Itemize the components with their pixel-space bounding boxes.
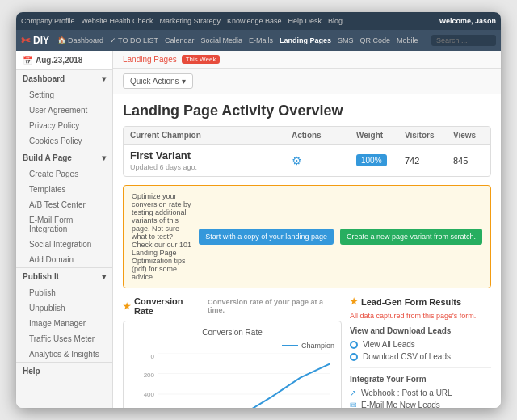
calendar-icon: 📅 <box>23 56 32 65</box>
actions-cell: ⚙ <box>292 154 356 167</box>
download-csv-label: Download CSV of Leads <box>363 352 451 361</box>
visitors-cell: 742 <box>405 156 453 166</box>
quick-actions-label: Quick Actions <box>130 77 179 86</box>
chart-svg-container <box>158 353 330 408</box>
content-area: 📅 Aug.23,2018 Dashboard ▾ Setting User A… <box>16 51 501 408</box>
top-nav-blog[interactable]: Blog <box>328 17 343 25</box>
left-column: ★ Conversion Rate Conversion rate of you… <box>123 296 342 408</box>
sidebar-item-analytics[interactable]: Analytics & Insights <box>16 346 112 362</box>
sidebar-item-traffic[interactable]: Traffic Uses Meter <box>16 331 112 346</box>
table-row: First Variant Updated 6 days ago. ⚙ 100%… <box>124 145 490 176</box>
y-label-0: 0 <box>130 353 154 360</box>
lead-gen-title: Lead-Gen Form Results <box>361 297 461 307</box>
sidebar-item-image-manager[interactable]: Image Manager <box>16 316 112 331</box>
lead-gen-header: ★ Lead-Gen Form Results <box>350 296 491 307</box>
chevron-icon: ▾ <box>102 74 106 83</box>
email-icon: ✉ <box>350 401 356 408</box>
col-views: Views <box>453 131 491 140</box>
email-leads-label: E-Mail Me New Leads <box>361 401 440 408</box>
chart-area: 800 600 400 200 0 <box>130 353 334 408</box>
nav-qr[interactable]: QR Code <box>360 36 391 44</box>
sidebar-publish-header[interactable]: Publish It ▾ <box>16 268 112 285</box>
sidebar-item-publish[interactable]: Publish <box>16 285 112 300</box>
view-all-leads-item[interactable]: View All Leads <box>350 338 491 351</box>
right-column: ★ Lead-Gen Form Results All data capture… <box>350 296 491 408</box>
sidebar-date: 📅 Aug.23,2018 <box>16 51 112 70</box>
brand-logo: ✂ DIY <box>21 34 49 47</box>
search-input[interactable] <box>431 35 496 46</box>
legend-label: Champion <box>301 342 334 350</box>
sidebar-help-label: Help <box>23 367 40 376</box>
col-weight: Weight <box>356 131 405 140</box>
sidebar-item-social-integration[interactable]: Social Integration <box>16 237 112 252</box>
chevron-down-icon: ▾ <box>102 153 106 162</box>
y-axis: 800 600 400 200 0 <box>130 353 154 408</box>
sidebar-item-templates[interactable]: Templates <box>16 182 112 197</box>
nav-todo[interactable]: ✓ TO DO LIST <box>110 36 158 44</box>
top-nav-company-profile[interactable]: Company Profile <box>21 17 75 25</box>
sidebar-item-cookies[interactable]: Cookies Policy <box>16 133 112 149</box>
star-icon-lead: ★ <box>350 296 358 307</box>
breadcrumb-landing-pages[interactable]: Landing Pages <box>123 55 177 64</box>
quick-actions-button[interactable]: Quick Actions ▾ <box>123 74 193 89</box>
table-header: Current Champion Actions Weight Visitors… <box>124 127 490 145</box>
col-visitors: Visitors <box>405 131 453 140</box>
dashboard-icon: 🏠 <box>57 36 66 44</box>
conversion-rate-subtitle: Conversion rate of your page at a time. <box>208 298 342 314</box>
email-leads-item[interactable]: ✉ E-Mail Me New Leads <box>350 399 491 408</box>
optimize-section: Optimize your conversion rate by testing… <box>123 185 491 288</box>
create-new-variant-button[interactable]: Create a new page variant from scratch. <box>340 229 482 245</box>
brand-icon: ✂ <box>21 34 31 47</box>
sidebar-build-label: Build A Page <box>23 153 72 162</box>
sidebar-section-dashboard: Dashboard ▾ Setting User Agreement Priva… <box>16 70 112 149</box>
conversion-rate-header: ★ Conversion Rate Conversion rate of you… <box>123 296 342 316</box>
champion-section: Current Champion Actions Weight Visitors… <box>123 126 491 177</box>
nav-items: 🏠 Dashboard ✓ TO DO LIST Calendar Social… <box>57 36 423 44</box>
sidebar-item-ab-test[interactable]: A/B Test Center <box>16 197 112 212</box>
weight-badge: 100% <box>356 154 387 166</box>
sidebar-publish-label: Publish It <box>23 272 59 281</box>
sidebar-dashboard-header[interactable]: Dashboard ▾ <box>16 70 112 87</box>
nav-emails[interactable]: E-Mails <box>249 36 273 44</box>
y-label-200: 200 <box>130 372 154 379</box>
breadcrumb-badge[interactable]: This Week <box>182 55 221 64</box>
top-nav-website-health[interactable]: Website Health Check <box>82 17 153 25</box>
lead-gen-subtext: All data captured from this page's form. <box>350 312 491 320</box>
top-nav-help-desk[interactable]: Help Desk <box>288 17 322 25</box>
webhook-label: Webhook : Post to a URL <box>361 388 452 397</box>
sidebar-section-publish: Publish It ▾ Publish Unpublish Image Man… <box>16 268 112 363</box>
actions-icon[interactable]: ⚙ <box>292 154 302 167</box>
radio-dot-2 <box>350 353 358 361</box>
chart-container: Conversion Rate Champion 800 600 400 200 <box>123 321 342 408</box>
main-content: Landing Pages This Week Quick Actions ▾ … <box>113 51 501 408</box>
sidebar-item-add-domain[interactable]: Add Domain <box>16 252 112 267</box>
webhook-item[interactable]: ↗ Webhook : Post to a URL <box>350 387 491 399</box>
sidebar-help-header[interactable]: Help <box>16 363 112 380</box>
nav-dashboard[interactable]: 🏠 Dashboard <box>57 36 103 44</box>
sidebar-item-unpublish[interactable]: Unpublish <box>16 300 112 316</box>
top-nav-marketing[interactable]: Marketing Strategy <box>159 17 221 25</box>
nav-landing-pages[interactable]: Landing Pages <box>280 36 331 44</box>
copy-landing-page-button[interactable]: Start with a copy of your landing page <box>199 229 334 245</box>
sidebar-build-header[interactable]: Build A Page ▾ <box>16 149 112 166</box>
top-nav: Company Profile Website Health Check Mar… <box>16 12 501 30</box>
top-nav-knowledge[interactable]: Knowledge Base <box>227 17 282 25</box>
nav-mobile[interactable]: Mobile <box>397 36 418 44</box>
nav-social[interactable]: Social Media <box>200 36 242 44</box>
sidebar-item-email-form[interactable]: E-Mail Form Integration <box>16 212 112 237</box>
sidebar-item-user-agreement[interactable]: User Agreement <box>16 103 112 118</box>
sidebar-section-help: Help <box>16 363 112 380</box>
nav-calendar[interactable]: Calendar <box>165 36 195 44</box>
nav-sms[interactable]: SMS <box>338 36 354 44</box>
download-csv-item[interactable]: Download CSV of Leads <box>350 351 491 363</box>
sidebar-dashboard-label: Dashboard <box>23 74 65 83</box>
brand-name: DIY <box>33 35 49 46</box>
sidebar-item-create-pages[interactable]: Create Pages <box>16 166 112 182</box>
quick-actions-bar: Quick Actions ▾ <box>113 69 501 94</box>
variant-name: First Variant <box>130 149 292 162</box>
main-nav: ✂ DIY 🏠 Dashboard ✓ TO DO LIST Calendar … <box>16 30 501 51</box>
variant-updated: Updated 6 days ago. <box>130 163 292 171</box>
sidebar-item-setting[interactable]: Setting <box>16 87 112 103</box>
radio-dot-1 <box>350 341 358 349</box>
sidebar-item-privacy[interactable]: Privacy Policy <box>16 118 112 133</box>
